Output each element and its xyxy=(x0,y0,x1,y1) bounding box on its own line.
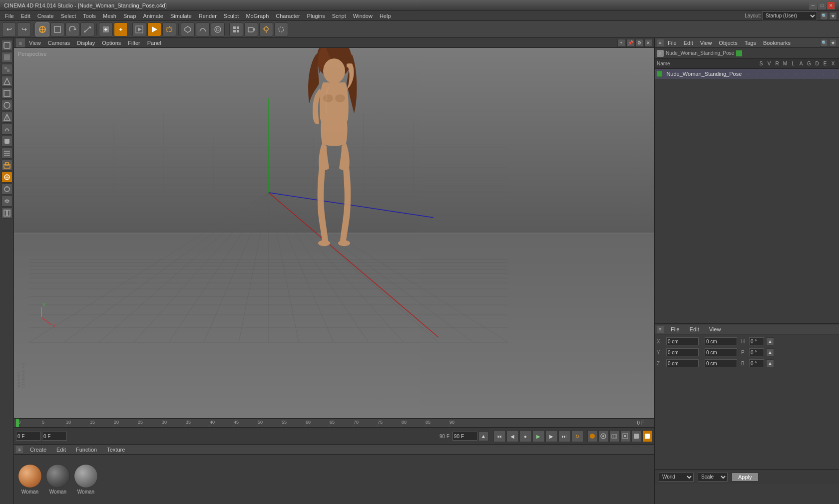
viewport-menu-icon[interactable]: ≡ xyxy=(16,38,25,47)
menu-character[interactable]: Character xyxy=(273,12,303,20)
viewport-canvas[interactable]: X Y Perspective xyxy=(14,48,654,418)
obj-row-main[interactable]: Nude_Woman_Standing_Pose · · · · · · · ·… xyxy=(655,69,839,79)
attr-menu-view[interactable]: View xyxy=(706,325,724,333)
sidebar-btn-2[interactable] xyxy=(1,52,12,63)
apply-button[interactable]: Apply xyxy=(732,473,759,482)
transport-btn-4[interactable] xyxy=(620,430,630,442)
coord-space-select[interactable]: World Object xyxy=(659,473,694,482)
obj-menu-file[interactable]: File xyxy=(665,39,680,47)
add-object-button[interactable] xyxy=(99,22,113,36)
next-frame-button[interactable]: ▶ xyxy=(545,430,557,442)
sidebar-btn-5[interactable] xyxy=(1,88,12,99)
attr-h-input[interactable] xyxy=(749,337,764,345)
menu-plugins[interactable]: Plugins xyxy=(304,12,328,20)
attr-z-size-input[interactable] xyxy=(705,359,737,367)
play-button[interactable]: ▶ xyxy=(532,430,544,442)
material-menu-edit[interactable]: Edit xyxy=(53,446,69,454)
menu-help[interactable]: Help xyxy=(377,12,394,20)
obj-menu-objects[interactable]: Objects xyxy=(716,39,740,47)
vp-pin-icon[interactable]: 📌 xyxy=(626,39,634,47)
material-ball-1[interactable] xyxy=(18,464,42,488)
obj-grip[interactable]: ≡ xyxy=(657,39,664,46)
menu-mograph[interactable]: MoGraph xyxy=(243,12,272,20)
layout-select[interactable]: Startup (User) xyxy=(762,11,817,20)
close-button[interactable]: ✕ xyxy=(827,1,835,9)
menu-window[interactable]: Window xyxy=(350,12,376,20)
transport-btn-3[interactable] xyxy=(609,430,619,442)
end-frame-input[interactable] xyxy=(452,432,477,441)
sidebar-btn-9[interactable] xyxy=(1,136,12,147)
sidebar-btn-10[interactable] xyxy=(1,148,12,159)
prev-frame-button[interactable]: ◀ xyxy=(506,430,518,442)
material-menu-function[interactable]: Function xyxy=(73,446,100,454)
menu-select[interactable]: Select xyxy=(58,12,79,20)
sidebar-btn-6[interactable] xyxy=(1,100,12,111)
obj-menu-bookmarks[interactable]: Bookmarks xyxy=(760,39,794,47)
frame-offset-input[interactable] xyxy=(42,432,67,441)
vp-menu-cameras[interactable]: Cameras xyxy=(45,39,73,47)
menu-edit[interactable]: Edit xyxy=(18,12,33,20)
camera-button[interactable] xyxy=(244,22,258,36)
attr-menu-file[interactable]: File xyxy=(668,325,683,333)
obj-home-icon[interactable]: ⌂ xyxy=(657,50,664,57)
attr-grip[interactable]: ≡ xyxy=(657,326,664,333)
material-swatch-2[interactable]: Woman xyxy=(46,464,70,495)
vp-menu-options[interactable]: Options xyxy=(99,39,124,47)
move-tool-button[interactable] xyxy=(35,22,49,36)
undo-button[interactable]: ↩ xyxy=(2,22,16,36)
minimize-button[interactable]: ─ xyxy=(809,1,817,9)
vp-close-icon[interactable]: ✕ xyxy=(644,39,652,47)
attr-x-pos-input[interactable] xyxy=(666,337,699,345)
sidebar-btn-15[interactable] xyxy=(1,208,12,219)
light-button[interactable] xyxy=(259,22,273,36)
vp-menu-panel[interactable]: Panel xyxy=(144,39,164,47)
material-swatch-1[interactable]: Woman xyxy=(18,464,42,495)
menu-create[interactable]: Create xyxy=(34,12,57,20)
first-frame-button[interactable]: ⏮ xyxy=(493,430,505,442)
search-icon[interactable]: 🔍 xyxy=(820,12,828,20)
attr-p-input[interactable] xyxy=(749,348,764,356)
menu-snap[interactable]: Snap xyxy=(120,12,139,20)
transport-btn-6[interactable] xyxy=(642,430,652,442)
menu-tools[interactable]: Tools xyxy=(80,12,99,20)
obj-menu-edit[interactable]: Edit xyxy=(681,39,696,47)
render-region-button[interactable] xyxy=(162,22,176,36)
material-grip[interactable]: ≡ xyxy=(16,446,23,453)
sidebar-btn-14[interactable] xyxy=(1,196,12,207)
new-object-button[interactable] xyxy=(114,22,128,36)
material-swatch-3[interactable]: Woman xyxy=(74,464,98,495)
transport-btn-2[interactable] xyxy=(598,430,608,442)
menu-sculpt[interactable]: Sculpt xyxy=(221,12,242,20)
sidebar-btn-8[interactable] xyxy=(1,124,12,135)
coord-mode-select[interactable]: Scale Size xyxy=(698,473,728,482)
sidebar-btn-7[interactable] xyxy=(1,112,12,123)
sidebar-btn-4[interactable] xyxy=(1,76,12,87)
frame-increment-button[interactable]: ▲ xyxy=(478,431,488,441)
transport-btn-5[interactable] xyxy=(631,430,641,442)
loop-button[interactable]: ↻ xyxy=(571,430,583,442)
material-ball-2[interactable] xyxy=(46,464,70,488)
spline-tool-button[interactable] xyxy=(196,22,210,36)
menu-animate[interactable]: Animate xyxy=(140,12,166,20)
attr-x-stepper[interactable]: ▲ xyxy=(766,337,774,345)
bookmark-icon[interactable]: ★ xyxy=(829,12,837,20)
grid-button[interactable] xyxy=(229,22,243,36)
obj-bookmark-icon[interactable]: ★ xyxy=(829,39,837,47)
vp-menu-view[interactable]: View xyxy=(26,39,44,47)
material-menu-texture[interactable]: Texture xyxy=(104,446,128,454)
timeline-ruler[interactable]: 0 5 10 15 20 25 30 35 40 45 50 55 60 65 xyxy=(14,419,654,428)
menu-file[interactable]: File xyxy=(2,12,17,20)
material-ball-3[interactable] xyxy=(74,464,98,488)
menu-script[interactable]: Script xyxy=(329,12,349,20)
null-button[interactable] xyxy=(274,22,288,36)
material-menu-create[interactable]: Create xyxy=(27,446,49,454)
last-frame-button[interactable]: ⏭ xyxy=(558,430,570,442)
obj-menu-view[interactable]: View xyxy=(697,39,715,47)
attr-z-pos-input[interactable] xyxy=(666,359,699,367)
attr-x-size-input[interactable] xyxy=(705,337,737,345)
sidebar-btn-11[interactable] xyxy=(1,160,12,171)
menu-simulate[interactable]: Simulate xyxy=(167,12,195,20)
attr-b-input[interactable] xyxy=(749,359,764,367)
vp-menu-filter[interactable]: Filter xyxy=(125,39,143,47)
sidebar-btn-12[interactable] xyxy=(1,172,12,183)
